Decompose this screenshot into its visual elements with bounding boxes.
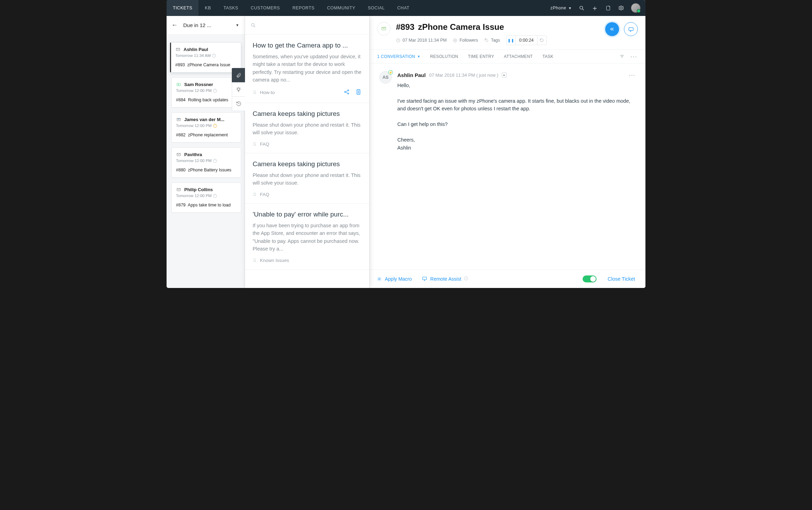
tab-conversation[interactable]: 1 CONVERSATION ▼ <box>377 50 425 63</box>
close-ticket-button[interactable]: Close Ticket <box>604 276 638 282</box>
nav-item-reports[interactable]: REPORTS <box>286 0 321 16</box>
nav-item-customers[interactable]: CUSTOMERS <box>245 0 286 16</box>
tickets-column: ← Due in 12 ... ▼ Ashlin PaulTomorrow 11… <box>167 16 245 288</box>
back-button[interactable]: ← <box>169 20 180 30</box>
ticket-tabs: 1 CONVERSATION ▼ RESOLUTION TIME ENTRY A… <box>370 50 645 63</box>
svg-point-11 <box>252 23 254 26</box>
footer-toggle[interactable] <box>583 275 597 282</box>
notifications-icon[interactable] <box>604 5 611 11</box>
ticket-number: #893 <box>396 22 414 32</box>
conversation-thread: AS ⚡ Ashlin Paul 07 Mar 2018 11:34 PM ( … <box>370 63 645 269</box>
add-icon[interactable]: ＋ <box>591 5 598 11</box>
message-more-menu[interactable]: ⋯ <box>629 71 636 79</box>
nav-item-community[interactable]: COMMUNITY <box>321 0 362 16</box>
kb-article[interactable]: 'Unable to pay' error while purc...If yo… <box>245 204 369 270</box>
side-tab-attachments[interactable] <box>232 68 245 83</box>
clock-icon <box>213 124 217 128</box>
timer-reset-button[interactable] <box>537 36 546 45</box>
nav-item-tickets[interactable]: TICKETS <box>167 0 198 16</box>
timer-value: 0:00:24 <box>516 38 537 43</box>
filter-dropdown-caret[interactable]: ▼ <box>236 23 242 27</box>
svg-line-16 <box>346 91 348 92</box>
ticket-due-time: Tomorrow 12:00 PM <box>176 88 212 93</box>
nav-item-social[interactable]: SOCIAL <box>362 0 391 16</box>
ticket-detail-pane: #893 zPhone Camera Issue 07 Mar 2018 11:… <box>369 16 645 288</box>
settings-icon[interactable] <box>618 5 625 11</box>
kb-category: FAQ <box>253 142 269 147</box>
ticket-card[interactable]: Philip CollinsTomorrow 12:00 PM#879 Apps… <box>171 182 241 213</box>
tab-time-entry[interactable]: TIME ENTRY <box>463 50 499 63</box>
ticket-due-time: Tomorrow 11:34 AM <box>175 53 211 58</box>
ticket-card[interactable]: James van der M...Tomorrow 12:00 PM#882 … <box>171 112 241 143</box>
user-avatar[interactable] <box>631 3 641 13</box>
kb-article-excerpt: Sometimes, when you've updated your devi… <box>253 53 362 84</box>
sort-icon[interactable] <box>619 54 625 59</box>
filter-label[interactable]: Due in 12 ... <box>183 22 232 28</box>
svg-rect-32 <box>423 277 426 280</box>
svg-line-17 <box>346 92 348 93</box>
ticket-number: #893 <box>175 62 185 67</box>
kb-article-excerpt: Please shut down your phone and restart … <box>253 121 362 137</box>
kb-list: How to get the Camera app to ...Sometime… <box>245 35 369 288</box>
kb-suggestions-panel: How to get the Camera app to ...Sometime… <box>245 16 369 288</box>
comment-button[interactable] <box>624 22 638 36</box>
ticket-sender: Sam Rossner <box>184 82 213 87</box>
svg-rect-27 <box>629 27 633 31</box>
apply-macro-button[interactable]: Apply Macro <box>377 276 412 282</box>
kb-article[interactable]: Camera keeps taking picturesPlease shut … <box>245 153 369 204</box>
top-navigation: TICKETSKBTASKSCUSTOMERSREPORTSCOMMUNITYS… <box>167 0 645 16</box>
remote-assist-button[interactable]: Remote Assist ⓘ <box>422 276 468 282</box>
ticket-sender: Pavithra <box>184 152 202 157</box>
tab-resolution[interactable]: RESOLUTION <box>425 50 463 63</box>
message-avatar: AS ⚡ <box>379 71 392 84</box>
share-icon[interactable] <box>344 89 350 96</box>
message-author: Ashlin Paul <box>397 72 426 78</box>
paste-icon[interactable] <box>355 89 362 96</box>
kb-search[interactable] <box>245 16 369 35</box>
search-icon[interactable] <box>578 5 585 11</box>
ticket-due-time: Tomorrow 12:00 PM <box>176 159 212 163</box>
ticket-subject: zPhone Camera Issue <box>187 62 230 67</box>
ticket-title: zPhone Camera Issue <box>418 22 504 32</box>
ticket-card[interactable]: Ashlin PaulTomorrow 11:34 AM#893 zPhone … <box>170 42 241 73</box>
kb-category: How-to <box>253 90 275 95</box>
ticket-card[interactable]: Sam RossnerTomorrow 12:00 PM#884 Rolling… <box>171 77 241 108</box>
bolt-badge-icon: ⚡ <box>388 70 393 75</box>
kb-article-excerpt: If you have been trying to purchase an a… <box>253 222 362 253</box>
side-tab-suggestions[interactable] <box>232 82 245 97</box>
tab-task[interactable]: TASK <box>538 50 558 63</box>
nav-item-kb[interactable]: KB <box>198 0 217 16</box>
ticket-sender: Philip Collins <box>184 187 213 192</box>
ticket-more-menu[interactable]: ⋯ <box>630 52 638 61</box>
kb-article[interactable]: Camera keeps taking picturesPlease shut … <box>245 103 369 153</box>
message-body: Hello, I've started facing an issue with… <box>397 82 636 152</box>
clock-icon <box>213 194 217 198</box>
kb-category: FAQ <box>253 192 269 197</box>
ticket-timer: ❚❚ 0:00:24 <box>506 35 547 45</box>
ticket-number: #879 <box>176 203 186 207</box>
svg-point-0 <box>580 6 583 9</box>
message-expand-button[interactable]: ▸ <box>502 73 507 77</box>
kb-article[interactable]: How to get the Camera app to ...Sometime… <box>245 35 369 103</box>
clock-icon <box>213 89 217 93</box>
svg-line-1 <box>582 9 584 10</box>
followers-button[interactable]: Followers <box>453 38 478 43</box>
tab-attachment[interactable]: ATTACHMENT <box>499 50 538 63</box>
reply-all-button[interactable] <box>605 22 619 36</box>
tags-button[interactable]: Tags <box>484 38 500 43</box>
ticket-channel-icon <box>377 22 390 35</box>
svg-rect-2 <box>606 6 610 10</box>
channel-icon <box>176 118 181 122</box>
nav-item-chat[interactable]: CHAT <box>391 0 416 16</box>
portal-switcher[interactable]: zPhone ▼ <box>550 6 572 10</box>
nav-item-tasks[interactable]: TASKS <box>217 0 245 16</box>
side-tab-history[interactable] <box>232 96 245 111</box>
timer-pause-button[interactable]: ❚❚ <box>507 36 516 45</box>
tickets-filter-header: ← Due in 12 ... ▼ <box>167 16 245 35</box>
svg-point-31 <box>379 278 380 280</box>
svg-point-26 <box>485 39 486 40</box>
svg-point-14 <box>348 90 349 91</box>
ticket-card[interactable]: PavithraTomorrow 12:00 PM#880 zPhone Bat… <box>171 147 241 178</box>
info-icon: ⓘ <box>464 276 468 282</box>
ticket-number: #880 <box>176 168 186 172</box>
